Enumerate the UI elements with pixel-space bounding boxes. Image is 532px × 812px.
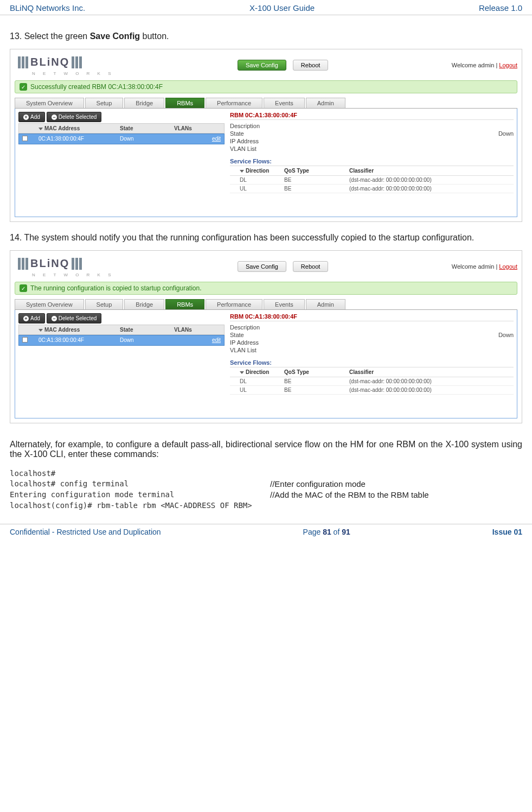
save-config-button[interactable]: Save Config [238,60,286,71]
tab-overview[interactable]: System Overview [15,299,84,309]
tab-performance[interactable]: Performance [206,299,262,309]
screenshot-config-copied: BLiNQ N E T W O R K S Save Config Reboot… [10,250,522,423]
service-flows-title: Service Flows: [230,158,514,166]
page-header: BLiNQ Networks Inc. X-100 User Guide Rel… [0,0,532,15]
rbm-grid-row[interactable]: 0C:A1:38:00:00:4F Down edit [18,134,225,144]
nav-tabs: System Overview Setup Bridge RBMs Perfor… [15,98,517,109]
reboot-button[interactable]: Reboot [293,261,328,272]
reboot-button[interactable]: Reboot [293,60,328,71]
cli-comment: //Add the MAC of the RBM to the RBM tabl… [270,490,522,499]
cli-line: localhost# [10,469,270,478]
rbm-grid-header: MAC Address State VLANs [18,123,225,134]
tab-rbms[interactable]: RBMs [165,98,204,108]
plus-icon: + [23,316,29,321]
tab-bridge[interactable]: Bridge [124,98,164,108]
edit-link[interactable]: edit [202,335,224,345]
step-14: 14. The system should notify you that th… [10,233,522,243]
tab-setup[interactable]: Setup [85,98,124,108]
sort-icon [240,170,244,173]
delete-selected-button[interactable]: −Delete Selected [47,112,102,122]
plus-icon: + [23,115,29,120]
tab-admin[interactable]: Admin [306,98,345,108]
add-button[interactable]: +Add [18,112,45,122]
service-flow-row: DL BE (dst-mac-addr: 00:00:00:00:00:00) [230,377,514,386]
service-flow-row: UL BE (dst-mac-addr: 00:00:00:00:00:00) [230,185,514,193]
footer-issue: Issue 01 [492,528,522,536]
tab-bridge[interactable]: Bridge [124,299,164,309]
tab-events[interactable]: Events [264,98,305,108]
edit-link[interactable]: edit [202,134,224,144]
tab-admin[interactable]: Admin [306,299,345,309]
header-company: BLiNQ Networks Inc. [10,3,85,12]
step-13: 13. Select the green Save Config button. [10,31,522,41]
sort-icon [39,329,43,332]
footer-confidential: Confidential - Restricted Use and Duplic… [10,528,161,536]
check-icon: ✓ [20,83,27,91]
tab-performance[interactable]: Performance [206,98,262,108]
service-flow-row: DL BE (dst-mac-addr: 00:00:00:00:00:00) [230,176,514,185]
alternate-paragraph: Alternately, for example, to configure a… [10,440,522,459]
welcome-text: Welcome admin | Logout [452,263,517,270]
welcome-text: Welcome admin | Logout [452,62,517,68]
tab-setup[interactable]: Setup [85,299,124,309]
rbm-grid-row[interactable]: 0C:A1:38:00:00:4F Down edit [18,335,225,346]
tab-rbms[interactable]: RBMs [165,299,204,309]
page-footer: Confidential - Restricted Use and Duplic… [0,524,532,540]
logout-link[interactable]: Logout [499,263,517,270]
rbm-detail-title: RBM 0C:A1:38:00:00:4F [230,112,514,120]
cli-comment: //Enter configuration mode [270,479,522,489]
header-title: X-100 User Guide [249,3,315,12]
add-button[interactable]: +Add [18,313,45,323]
success-banner: ✓ Successfully created RBM 0C:A1:38:00:0… [15,80,517,93]
service-flows-title: Service Flows: [230,359,514,367]
minus-icon: − [52,115,57,120]
cli-line: localhost(config)# rbm-table rbm <MAC-AD… [10,501,270,510]
logout-link[interactable]: Logout [499,62,517,68]
service-flow-row: UL BE (dst-mac-addr: 00:00:00:00:00:00) [230,386,514,395]
rbm-grid-header: MAC Address State VLANs [18,325,225,335]
cli-line: localhost# config terminal [10,479,270,489]
cli-line: Entering configuration mode terminal [10,490,270,499]
save-config-button[interactable]: Save Config [238,261,286,272]
row-checkbox[interactable] [22,136,28,141]
delete-selected-button[interactable]: −Delete Selected [47,313,102,323]
tab-overview[interactable]: System Overview [15,98,84,108]
sort-icon [240,371,244,374]
footer-page: Page 81 of 91 [303,528,350,536]
blinq-logo: BLiNQ [15,255,114,272]
row-checkbox[interactable] [22,337,28,342]
sort-icon [39,128,43,130]
header-release: Release 1.0 [479,3,522,12]
screenshot-save-config: BLiNQ N E T W O R K S Save Config Reboot… [10,49,522,222]
check-icon: ✓ [20,284,27,292]
blinq-logo: BLiNQ [15,54,114,71]
success-banner: ✓ The running configuration is copied to… [15,282,517,295]
rbm-detail-title: RBM 0C:A1:38:00:00:4F [230,313,514,321]
tab-events[interactable]: Events [264,299,305,309]
minus-icon: − [52,316,57,321]
nav-tabs: System Overview Setup Bridge RBMs Perfor… [15,299,517,310]
